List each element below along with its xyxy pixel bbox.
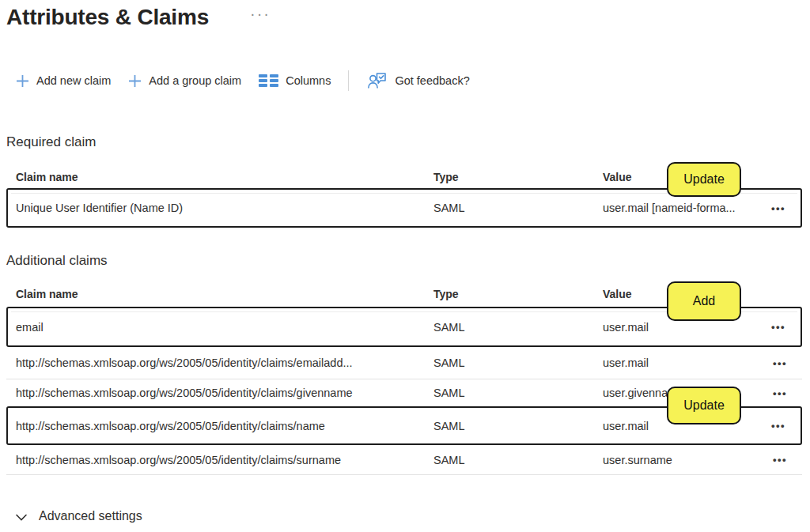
claim-name-cell[interactable]: http://schemas.xmlsoap.org/ws/2005/05/id… xyxy=(16,357,433,369)
required-claim-heading: Required claim xyxy=(6,134,96,150)
advanced-settings-expander[interactable]: Advanced settings xyxy=(16,509,142,523)
plus-icon xyxy=(128,74,142,88)
claim-type-cell: SAML xyxy=(433,454,603,466)
claim-name-cell[interactable]: Unique User Identifier (Name ID) xyxy=(16,202,433,214)
claim-name-cell[interactable]: http://schemas.xmlsoap.org/ws/2005/05/id… xyxy=(16,454,433,466)
add-group-claim-button[interactable]: Add a group claim xyxy=(128,74,241,88)
column-header-type[interactable]: Type xyxy=(433,171,603,183)
columns-button[interactable]: Columns xyxy=(259,74,331,87)
toolbar-divider xyxy=(348,70,349,91)
got-feedback-button[interactable]: Got feedback? xyxy=(366,71,469,90)
advanced-settings-label: Advanced settings xyxy=(39,509,142,523)
claim-value-cell: user.mail xyxy=(603,321,756,334)
table-row: http://schemas.xmlsoap.org/ws/2005/05/id… xyxy=(6,347,802,379)
additional-claims-heading: Additional claims xyxy=(6,253,108,269)
claim-value-cell: user.surname xyxy=(603,454,758,466)
column-header-type[interactable]: Type xyxy=(433,288,603,300)
claim-name-cell[interactable]: http://schemas.xmlsoap.org/ws/2005/05/id… xyxy=(16,387,433,399)
feedback-icon xyxy=(366,71,388,90)
row-context-menu-icon[interactable]: ••• xyxy=(756,202,801,214)
command-bar: Add new claim Add a group claim Columns … xyxy=(16,70,470,92)
claim-name-cell[interactable]: email xyxy=(16,321,433,334)
add-group-claim-label: Add a group claim xyxy=(149,74,241,87)
row-context-menu-icon[interactable]: ••• xyxy=(756,321,801,333)
claim-type-cell: SAML xyxy=(433,321,603,334)
page-title: Attributes & Claims xyxy=(6,5,209,30)
claim-type-cell: SAML xyxy=(433,202,603,214)
table-row: http://schemas.xmlsoap.org/ws/2005/05/id… xyxy=(6,445,802,475)
column-header-claim-name[interactable]: Claim name xyxy=(16,288,433,300)
annotation-note-add: Add xyxy=(667,281,741,321)
row-context-menu-icon[interactable]: ••• xyxy=(758,387,802,399)
row-context-menu-icon[interactable]: ••• xyxy=(756,420,801,432)
annotation-note-update: Update xyxy=(667,162,741,197)
columns-icon xyxy=(259,74,278,86)
claim-type-cell: SAML xyxy=(433,387,603,399)
add-new-claim-label: Add new claim xyxy=(36,74,111,87)
annotation-note-update: Update xyxy=(667,387,741,424)
got-feedback-label: Got feedback? xyxy=(395,74,469,87)
columns-label: Columns xyxy=(286,74,331,87)
attributes-and-claims-page: Attributes & Claims ··· Add new claim Ad… xyxy=(0,0,810,532)
column-header-claim-name[interactable]: Claim name xyxy=(16,171,433,183)
claim-value-cell: user.mail [nameid-forma... xyxy=(603,202,756,214)
row-context-menu-icon[interactable]: ••• xyxy=(758,357,802,369)
add-new-claim-button[interactable]: Add new claim xyxy=(16,74,111,88)
chevron-down-icon xyxy=(16,512,27,521)
more-options-icon[interactable]: ··· xyxy=(250,5,271,23)
claim-name-cell[interactable]: http://schemas.xmlsoap.org/ws/2005/05/id… xyxy=(16,420,433,432)
claim-type-cell: SAML xyxy=(433,357,603,369)
plus-icon xyxy=(16,74,29,88)
claim-value-cell: user.mail xyxy=(603,357,758,369)
claim-type-cell: SAML xyxy=(433,420,603,432)
row-context-menu-icon[interactable]: ••• xyxy=(758,454,802,466)
